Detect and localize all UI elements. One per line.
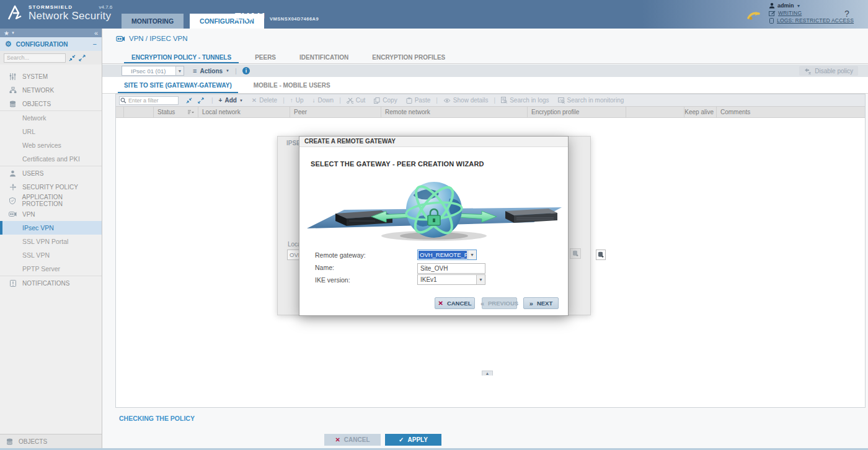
paste-button[interactable]: Paste [406, 97, 431, 104]
sidebar-search-input[interactable] [4, 53, 66, 63]
policy-toolbar: IPsec 01 (01) ▼ ≡ Actions ▼ | i Disable … [102, 65, 868, 77]
sort-icon[interactable] [187, 109, 194, 115]
object-picker-icon [570, 248, 581, 259]
user-icon [9, 170, 17, 177]
copy-button[interactable]: Copy [374, 97, 397, 104]
wizard-next-button[interactable]: » NEXT [523, 297, 559, 309]
search-in-monitoring-button[interactable]: Search in monitoring [558, 97, 624, 104]
sidebar-item-certificates[interactable]: Certificates and PKI [0, 152, 102, 166]
username[interactable]: admin [777, 2, 794, 9]
expand-rows-icon[interactable] [198, 97, 204, 104]
sidebar-item-web-services[interactable]: Web services [0, 138, 102, 152]
collapse-minus-icon[interactable]: − [93, 40, 97, 48]
ike-version-select[interactable]: IKEv1 ▼ [417, 274, 485, 285]
help-icon[interactable]: ? [844, 9, 849, 19]
move-up-button[interactable]: ↑ Up [290, 97, 304, 104]
col-status[interactable]: Status [154, 107, 198, 117]
cancel-button[interactable]: ✕ CANCEL [324, 434, 381, 446]
sidebar-item-application-protection[interactable]: APPLICATION PROTECTION [0, 194, 102, 207]
filter-input[interactable] [119, 96, 179, 105]
tab-identification[interactable]: IDENTIFICATION [292, 52, 356, 63]
object-picker-button[interactable] [596, 250, 606, 260]
sidebar-item-ssl-vpn[interactable]: SSL VPN [0, 248, 102, 262]
disable-policy-button[interactable]: Disable policy [799, 66, 858, 76]
logs-access-link[interactable]: LOGS: RESTRICTED ACCESS [777, 17, 854, 24]
name-input[interactable] [417, 263, 485, 274]
name-label: Name: [315, 264, 334, 271]
wizard-step-heading: SELECT THE GATEWAY - PEER CREATION WIZAR… [311, 160, 484, 168]
collapse-rows-icon[interactable] [186, 97, 192, 104]
user-menu-caret-icon[interactable]: ▼ [797, 4, 801, 8]
brand-version: v4.7.6 [99, 4, 112, 10]
remote-gateway-combobox[interactable]: OVH_REMOTE_FW ▼ [417, 250, 477, 260]
sidebar-item-objects[interactable]: OBJECTS [0, 97, 102, 110]
col-encryption-profile[interactable]: Encryption profile [528, 107, 626, 117]
sidebar-footer-objects[interactable]: OBJECTS [0, 434, 102, 448]
apply-button[interactable]: ✓ APPLY [385, 434, 441, 446]
actions-menu-button[interactable]: ≡ Actions ▼ [193, 67, 229, 74]
sidebar-item-users[interactable]: USERS [0, 166, 102, 180]
hamburger-icon: ≡ [193, 67, 197, 74]
sidebar-footer: OBJECTS [0, 434, 102, 448]
sidebar-item-url[interactable]: URL [0, 125, 102, 138]
sidebar-configuration-header[interactable]: ⚙ CONFIGURATION − [0, 37, 102, 51]
sidebar-item-system[interactable]: SYSTEM [0, 70, 102, 83]
delete-button[interactable]: ✕ Delete [252, 97, 277, 104]
sidebar-collapse-icon[interactable]: « [94, 29, 98, 37]
sidebar-item-pptp-server[interactable]: PPTP Server [0, 262, 102, 276]
writing-mode-link[interactable]: WRITING [778, 10, 802, 16]
tab-monitoring[interactable]: MONITORING [122, 14, 184, 29]
tunnel-type-subtabs: SITE TO SITE (GATEWAY-GATEWAY) MOBILE - … [102, 77, 868, 94]
sidebar-item-ipsec-vpn[interactable]: IPsec VPN [0, 221, 102, 235]
subtab-site-to-site[interactable]: SITE TO SITE (GATEWAY-GATEWAY) [118, 77, 238, 93]
app-root: STORMSHIELD Network Security v4.7.6 MONI… [0, 0, 868, 450]
tab-encryption-profiles[interactable]: ENCRYPTION PROFILES [365, 52, 453, 63]
device-model: EVAU [234, 11, 265, 24]
writing-pencil-icon [769, 11, 776, 16]
tab-encryption-policy-tunnels[interactable]: ENCRYPTION POLICY - TUNNELS [124, 52, 239, 63]
policy-select[interactable]: IPsec 01 (01) ▼ [122, 66, 184, 76]
favorites-star-icon[interactable]: ★ [4, 30, 9, 37]
disable-policy-icon [804, 68, 812, 74]
tab-peers[interactable]: PEERS [247, 52, 283, 63]
col-local-network[interactable]: Local network [198, 107, 290, 117]
sidebar-item-ssl-vpn-portal[interactable]: SSL VPN Portal [0, 235, 102, 248]
database-icon [9, 101, 17, 107]
chevrons-left-icon: « [480, 300, 484, 307]
sidebar-item-security-policy[interactable]: SECURITY POLICY [0, 180, 102, 194]
brand-logo: STORMSHIELD Network Security v4.7.6 [6, 4, 111, 22]
panel-collapse-chevron[interactable]: ▲ [482, 371, 493, 376]
col-remote-network[interactable]: Remote network [381, 107, 528, 117]
sidebar-item-network-sub[interactable]: Network [0, 111, 102, 125]
sidebar-item-label: SYSTEM [22, 73, 48, 80]
search-in-logs-button[interactable]: Search in logs [501, 97, 549, 104]
expand-all-icon[interactable] [79, 55, 86, 61]
sidebar-item-vpn[interactable]: VPN [0, 207, 102, 221]
move-down-button[interactable]: ↓ Down [312, 97, 334, 104]
chevron-down-icon[interactable]: ▼ [467, 250, 476, 259]
show-details-button[interactable]: Show details [443, 97, 489, 104]
copy-icon [374, 97, 380, 104]
subtab-mobile-users[interactable]: MOBILE - MOBILE USERS [247, 77, 337, 93]
col-peer[interactable]: Peer [290, 107, 381, 117]
vpn-icon [116, 35, 125, 42]
network-icon [9, 87, 17, 94]
stormshield-logo-icon [6, 4, 25, 22]
separator: | [235, 67, 237, 74]
chevron-down-icon[interactable]: ▼ [476, 275, 485, 284]
sidebar-item-notifications[interactable]: NOTIFICATIONS [0, 276, 102, 290]
wizard-cancel-button[interactable]: ✕ CANCEL [435, 297, 475, 309]
sidebar-item-network[interactable]: NETWORK [0, 83, 102, 97]
col-comments[interactable]: Comments [717, 107, 865, 117]
add-button[interactable]: + Add ▼ [219, 97, 243, 104]
sidebar-favorites-bar: ★ ▼ « [0, 29, 102, 37]
col-keep-alive[interactable]: Keep alive [684, 107, 717, 117]
wizard-previous-button[interactable]: « PREVIOUS [482, 297, 517, 309]
favorites-caret-icon[interactable]: ▼ [11, 31, 15, 35]
cut-button[interactable]: Cut [347, 97, 366, 104]
chevron-down-icon[interactable]: ▼ [175, 66, 184, 75]
info-icon[interactable]: i [242, 67, 250, 74]
collapse-all-icon[interactable] [69, 55, 76, 61]
checking-policy-link[interactable]: CHECKING THE POLICY [119, 415, 195, 422]
user-avatar-icon [769, 2, 775, 9]
